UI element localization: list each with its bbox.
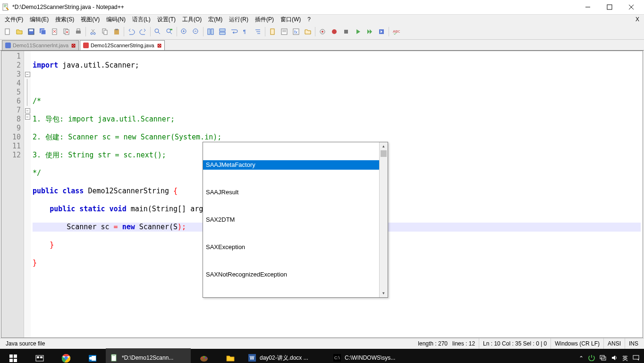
menu-encoding[interactable]: 编码(N): [103, 15, 128, 25]
scroll-up-icon[interactable]: ▴: [380, 142, 388, 150]
replace-icon[interactable]: [164, 26, 175, 37]
show-symbols-icon[interactable]: ¶: [240, 26, 252, 37]
find-icon[interactable]: [152, 26, 163, 37]
line-number: 3: [2, 70, 21, 79]
close-all-icon[interactable]: [61, 26, 72, 37]
undo-icon[interactable]: [126, 26, 137, 37]
menu-search[interactable]: 搜索(S): [52, 15, 77, 25]
indent-guide-icon[interactable]: [252, 26, 263, 37]
scroll-thumb[interactable]: [381, 150, 387, 157]
menu-macro[interactable]: 宏(M): [205, 15, 225, 25]
task-view-button[interactable]: [26, 349, 53, 363]
cut-icon[interactable]: [87, 26, 99, 37]
svg-rect-62: [9, 354, 13, 358]
svg-rect-41: [211, 29, 213, 35]
sync-v-icon[interactable]: [205, 26, 216, 37]
fold-toggle-icon[interactable]: −: [25, 114, 30, 120]
function-list-icon[interactable]: fx: [290, 26, 302, 37]
svg-rect-60: [5, 43, 11, 48]
svg-rect-64: [9, 359, 13, 362]
line-number: 11: [2, 142, 21, 151]
menu-close-button[interactable]: X: [633, 15, 642, 24]
tray-volume-icon[interactable]: [611, 354, 618, 363]
menu-view[interactable]: 视图(V): [78, 15, 102, 25]
taskbar-word[interactable]: W day02-讲义.docx ...: [244, 348, 329, 363]
menu-settings[interactable]: 设置(T): [154, 15, 178, 25]
folder-view-icon[interactable]: [302, 26, 314, 37]
save-icon[interactable]: [25, 26, 37, 37]
autocomplete-item[interactable]: SAXNotRecognizedException: [203, 270, 379, 279]
tab-active[interactable]: Demo12ScannerString.java ⊠: [80, 40, 165, 50]
menu-tools[interactable]: 工具(O): [179, 15, 204, 25]
stop-macro-icon[interactable]: [340, 26, 352, 37]
new-file-icon[interactable]: [2, 26, 13, 37]
doc-map-icon[interactable]: [267, 26, 278, 37]
menu-edit[interactable]: 编辑(E): [27, 15, 51, 25]
tab-close-icon[interactable]: ⊠: [157, 43, 161, 49]
menu-file[interactable]: 文件(F): [2, 15, 26, 25]
zoom-out-icon[interactable]: [190, 26, 202, 37]
autocomplete-item[interactable]: SAX2DTM: [203, 215, 379, 225]
wrap-icon[interactable]: [229, 26, 240, 37]
playback-multi-icon[interactable]: [364, 26, 375, 37]
svg-point-55: [322, 31, 323, 33]
maximize-button[interactable]: [599, 0, 620, 14]
tab-close-icon[interactable]: ⊠: [71, 43, 76, 49]
menu-run[interactable]: 运行(R): [226, 15, 251, 25]
svg-rect-34: [170, 29, 172, 30]
explorer-icon[interactable]: [217, 349, 244, 363]
menu-help[interactable]: ?: [305, 15, 314, 24]
paste-icon[interactable]: [111, 26, 122, 37]
autocomplete-scrollbar[interactable]: ▴ ▾: [379, 142, 388, 297]
svg-text:¶: ¶: [243, 29, 246, 35]
statusbar: Java source file length : 270 lines : 12…: [0, 338, 644, 349]
save-macro-icon[interactable]: [376, 26, 387, 37]
menu-language[interactable]: 语言(L): [129, 15, 153, 25]
menu-window[interactable]: 窗口(W): [278, 15, 304, 25]
autocomplete-item[interactable]: SAXException: [203, 242, 379, 252]
tray-up-icon[interactable]: ⌃: [579, 355, 584, 362]
fold-toggle-icon[interactable]: −: [25, 108, 30, 113]
tray-ime[interactable]: 英: [622, 354, 628, 363]
close-file-icon[interactable]: [49, 26, 60, 37]
close-button[interactable]: [620, 0, 642, 14]
print-icon[interactable]: [73, 26, 84, 37]
copy-icon[interactable]: [99, 26, 110, 37]
menu-plugins[interactable]: 插件(P): [252, 15, 277, 25]
redo-icon[interactable]: [137, 26, 149, 37]
tray-network-icon[interactable]: [600, 354, 606, 363]
minimize-button[interactable]: [577, 0, 599, 14]
status-encoding: ANSI: [604, 338, 625, 349]
line-number: 6: [2, 97, 21, 106]
spellcheck-icon[interactable]: ABC: [390, 26, 402, 37]
line-number: 9: [2, 124, 21, 133]
save-all-icon[interactable]: [37, 26, 49, 37]
sync-h-icon[interactable]: [217, 26, 228, 37]
code-area[interactable]: import java.util.Scanner; /* 1. 导包: impo…: [31, 51, 643, 337]
outlook-icon[interactable]: [79, 349, 106, 363]
chrome-icon[interactable]: [53, 349, 79, 363]
autocomplete-item[interactable]: SAAJMetaFactory: [203, 160, 379, 170]
zoom-in-icon[interactable]: [178, 26, 190, 37]
svg-rect-61: [83, 43, 89, 48]
play-macro-icon[interactable]: [352, 26, 364, 37]
monitor-icon[interactable]: [317, 26, 328, 37]
tab-inactive[interactable]: Demo11ScannerInt.java ⊠: [2, 40, 79, 50]
taskbar-notepadpp[interactable]: *D:\Demo12Scann...: [106, 348, 191, 363]
taskbar-cmd[interactable]: C:\ C:\WINDOWS\sys...: [329, 348, 414, 363]
autocomplete-item[interactable]: SAAJResult: [203, 188, 379, 197]
app-icon: [2, 3, 9, 11]
fold-toggle-icon[interactable]: −: [25, 72, 30, 77]
start-button[interactable]: [0, 349, 26, 363]
status-position: Ln : 10 Col : 35 Sel : 0 | 0: [479, 338, 551, 349]
doc-list-icon[interactable]: [279, 26, 290, 37]
open-file-icon[interactable]: [14, 26, 25, 37]
scroll-down-icon[interactable]: ▾: [380, 289, 388, 297]
svg-rect-2: [4, 6, 7, 6]
paint-icon[interactable]: [191, 349, 217, 363]
tray-notifications-icon[interactable]: [633, 354, 639, 363]
svg-rect-1: [4, 5, 7, 5]
tray-power-icon[interactable]: [588, 354, 595, 363]
line-number: 5: [2, 88, 21, 97]
record-macro-icon[interactable]: [329, 26, 340, 37]
